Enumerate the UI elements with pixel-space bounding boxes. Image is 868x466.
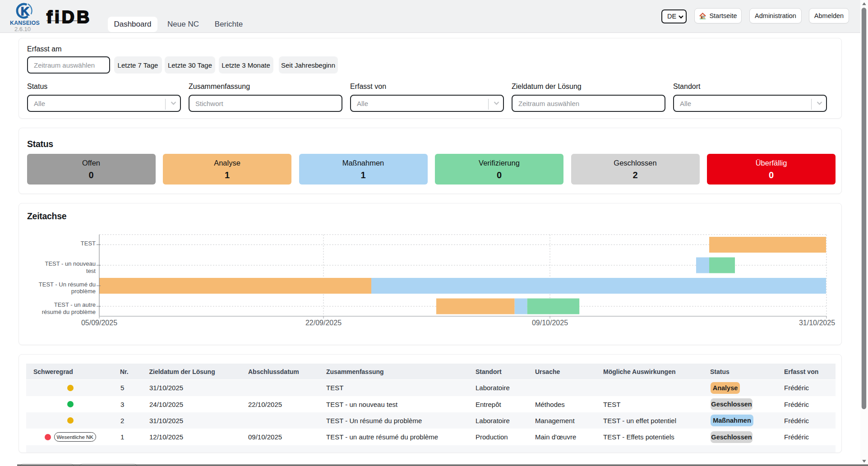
svg-text:2.6.10: 2.6.10 bbox=[14, 26, 31, 32]
svg-text:TEST - un nouveau: TEST - un nouveau bbox=[45, 260, 96, 267]
svg-text:K: K bbox=[21, 5, 29, 18]
svg-text:fiDB: fiDB bbox=[46, 7, 92, 27]
svg-text:TEST - un autre: TEST - un autre bbox=[54, 301, 96, 308]
svg-text:KANSEIOS: KANSEIOS bbox=[10, 20, 40, 26]
svg-text:31/10/2025: 31/10/2025 bbox=[799, 319, 835, 327]
svg-text:09/10/2025: 09/10/2025 bbox=[532, 319, 568, 327]
svg-text:TEST - Un résumé du: TEST - Un résumé du bbox=[39, 281, 96, 288]
svg-text:problème: problème bbox=[71, 288, 96, 295]
svg-text:05/09/2025: 05/09/2025 bbox=[81, 319, 117, 327]
svg-text:test: test bbox=[86, 268, 96, 274]
svg-text:22/09/2025: 22/09/2025 bbox=[305, 319, 342, 327]
svg-text:résumé du problème: résumé du problème bbox=[42, 309, 96, 315]
svg-text:TEST: TEST bbox=[81, 240, 96, 247]
